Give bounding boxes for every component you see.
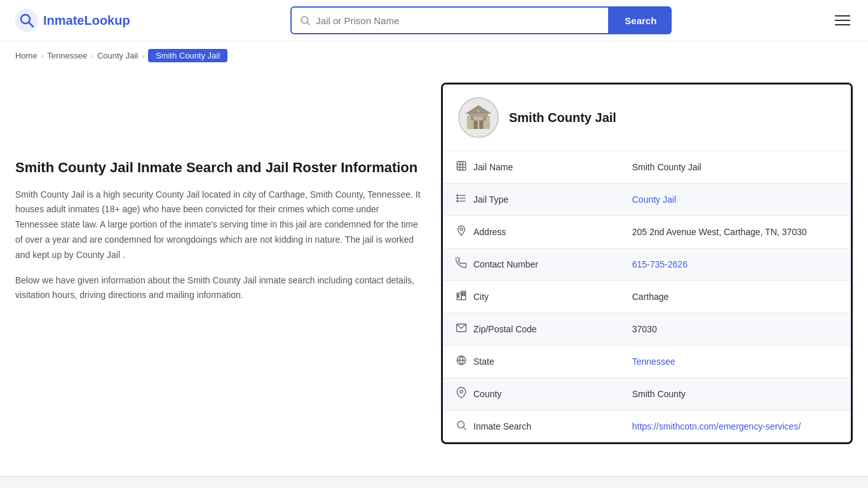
svg-rect-10 (471, 117, 474, 121)
card-jail-name: Smith County Jail (509, 111, 616, 125)
svg-rect-5 (467, 116, 490, 129)
svg-rect-30 (463, 293, 464, 294)
cell-value: Smith County (632, 389, 686, 399)
svg-rect-9 (480, 121, 484, 130)
table-row: Jail Name Smith County Jail (443, 151, 851, 184)
table-row: Inmate Search https://smithcotn.com/emer… (443, 410, 851, 443)
jail-avatar (458, 97, 499, 138)
table-row: Address 205 2nd Avenue West, Carthage, T… (443, 216, 851, 248)
table-row: County Smith County (443, 378, 851, 410)
svg-rect-8 (474, 121, 478, 130)
inmate-search-link[interactable]: https://smithcotn.com/emergency-services… (632, 421, 801, 431)
city-icon (456, 290, 467, 304)
cell-label: County (456, 387, 583, 401)
cell-value: Carthage (632, 292, 669, 302)
svg-rect-28 (458, 295, 459, 296)
table-row: State Tennessee (443, 346, 851, 378)
location-icon (456, 225, 467, 239)
svg-point-23 (457, 200, 458, 201)
search-icon (456, 419, 467, 433)
cell-label: City (456, 290, 583, 304)
breadcrumb: Home › Tennessee › County Jail › Smith C… (0, 41, 868, 70)
svg-point-3 (301, 17, 308, 24)
info-table: Jail Name Smith County Jail Jail Type Co… (443, 151, 851, 442)
main-content: Smith County Jail Inmate Search and Jail… (0, 70, 868, 457)
page-description-2: Below we have given information about th… (15, 273, 422, 304)
search-icon (299, 15, 311, 26)
search-area: Search (290, 6, 672, 34)
logo-text: InmateLookup (43, 13, 130, 28)
svg-point-12 (477, 109, 480, 112)
svg-point-22 (457, 198, 458, 199)
cell-value-container: Carthage (620, 281, 851, 313)
cell-value-container: County Jail (620, 184, 851, 216)
cell-value-container: Tennessee (620, 346, 851, 378)
cell-value-container: 205 2nd Avenue West, Carthage, TN, 37030 (620, 216, 851, 248)
cell-value-container: Smith County Jail (620, 151, 851, 184)
cell-label: Contact Number (456, 257, 583, 271)
cell-value: 205 2nd Avenue West, Carthage, TN, 37030 (632, 227, 807, 237)
page-description-1: Smith County Jail is a high security Cou… (15, 187, 422, 263)
svg-point-21 (457, 194, 458, 196)
svg-point-37 (460, 390, 463, 393)
svg-rect-29 (458, 297, 459, 298)
svg-rect-11 (484, 117, 487, 121)
phone-link[interactable]: 615-735-2626 (632, 259, 688, 269)
phone-icon (456, 257, 467, 271)
cell-value-container: 615-735-2626 (620, 248, 851, 281)
svg-point-24 (460, 228, 463, 231)
breadcrumb-type[interactable]: County Jail (97, 51, 138, 60)
cell-label: Address (456, 225, 583, 239)
table-row: Contact Number 615-735-2626 (443, 248, 851, 281)
svg-line-39 (463, 427, 466, 430)
right-column: Smith County Jail Jail Name Smith County… (441, 83, 853, 444)
search-input[interactable] (316, 15, 600, 26)
svg-rect-13 (457, 161, 466, 170)
jail-type-link[interactable]: County Jail (632, 194, 676, 205)
jail-icon (456, 160, 467, 174)
logo-link[interactable]: InmateLookup (15, 9, 130, 32)
county-icon (456, 387, 467, 401)
footer-bar (0, 476, 868, 488)
cell-label: State (456, 355, 583, 369)
cell-label: Zip/Postal Code (456, 322, 583, 336)
chevron-icon: › (142, 52, 144, 60)
left-column: Smith County Jail Inmate Search and Jail… (15, 83, 422, 444)
breadcrumb-state[interactable]: Tennessee (47, 51, 87, 60)
cell-value-container: https://smithcotn.com/emergency-services… (620, 410, 851, 443)
menu-icon[interactable] (832, 13, 853, 28)
table-row: Zip/Postal Code 37030 (443, 313, 851, 346)
svg-rect-32 (463, 295, 464, 296)
cell-label: Jail Name (456, 160, 583, 174)
info-card: Smith County Jail Jail Name Smith County… (441, 83, 853, 444)
table-row: City Carthage (443, 281, 851, 313)
chevron-icon: › (91, 52, 93, 60)
cell-value: 37030 (632, 324, 657, 334)
cell-value-container: 37030 (620, 313, 851, 346)
mail-icon (456, 322, 467, 336)
breadcrumb-home[interactable]: Home (15, 51, 37, 60)
svg-point-38 (458, 421, 465, 428)
logo-icon (15, 9, 38, 32)
svg-line-4 (308, 22, 310, 25)
globe-icon (456, 355, 467, 369)
cell-value-container: Smith County (620, 378, 851, 410)
svg-rect-33 (465, 295, 466, 296)
cell-value: Smith County Jail (632, 162, 702, 172)
building-icon (463, 102, 494, 133)
svg-rect-31 (465, 293, 466, 294)
header: InmateLookup Search (0, 0, 868, 41)
page-title: Smith County Jail Inmate Search and Jail… (15, 159, 422, 177)
cell-label: Inmate Search (456, 419, 583, 433)
state-link[interactable]: Tennessee (632, 356, 675, 367)
search-button[interactable]: Search (609, 6, 672, 34)
chevron-icon: › (41, 52, 44, 60)
table-row: Jail Type County Jail (443, 184, 851, 216)
breadcrumb-current: Smith County Jail (148, 49, 227, 62)
cell-label: Jail Type (456, 193, 583, 207)
list-icon (456, 193, 467, 207)
card-header: Smith County Jail (443, 85, 851, 151)
svg-rect-6 (469, 114, 488, 117)
svg-point-0 (15, 9, 38, 32)
search-wrapper (290, 6, 609, 34)
